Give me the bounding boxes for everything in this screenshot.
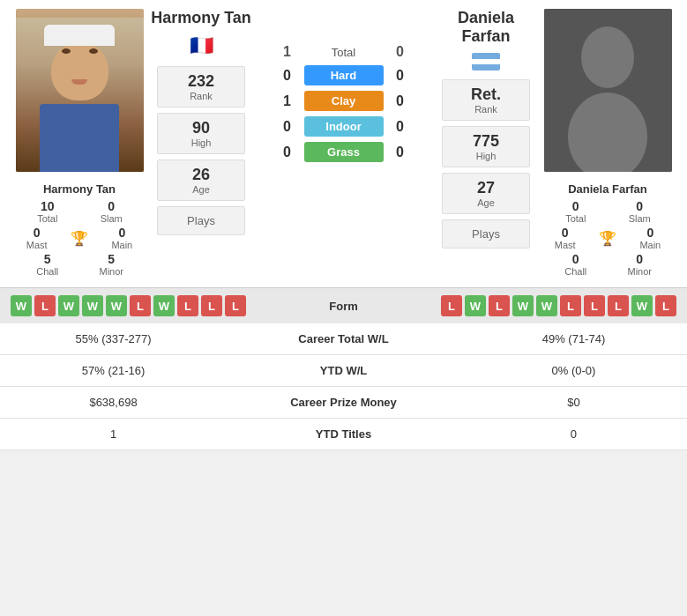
right-player-photo [544,9,672,172]
right-chall-minor-row: 0 Chall 0 Minor [544,252,672,277]
stats-row: 57% (21-16) YTD W/L 0% (0-0) [0,355,687,387]
stat-left-val: 55% (337-277) [0,323,227,355]
right-minor-stat: 0 Minor [608,252,672,277]
silhouette-svg [544,9,672,172]
right-mast-stat: 0 Mast [544,226,586,250]
grass-score-row: 0 Grass 0 [278,142,410,162]
right-total-stat: 0 Total [544,199,609,224]
left-player-name: Harmony Tan [16,182,144,196]
scores-block: 1 Total 0 0 Hard 0 1 Clay 0 0 Indoor 0 [252,9,435,278]
stat-right-val: 0% (0-0) [460,355,687,387]
stat-center-label: Career Total W/L [227,323,460,355]
indoor-score-row: 0 Indoor 0 [278,116,410,137]
stat-left-val: $638,698 [0,387,227,419]
form-badge-right: W [465,295,486,316]
right-rank-box: Ret. Rank [442,79,530,121]
right-high-box: 775 High [442,126,530,167]
top-section: Harmony Tan 10 Total 0 Slam 0 Mast [0,0,687,287]
svg-point-1 [581,26,634,88]
form-badge-right: L [608,295,629,316]
right-name-header: Daniela Farfan [433,9,539,46]
right-main-stat: 0 Main [629,226,671,250]
right-flag [472,53,500,71]
form-badge-left: L [225,295,246,316]
left-flag: 🇫🇷 [190,34,213,57]
form-badge-right: W [536,295,557,316]
stat-right-val: 0 [460,419,687,450]
left-total-stat: 10 Total [16,199,80,224]
right-plays-box: Plays [442,219,530,249]
clay-score-row: 1 Clay 0 [278,91,410,111]
right-total-slam-row: 0 Total 0 Slam [544,199,672,224]
stats-row: 55% (337-277) Career Total W/L 49% (71-7… [0,323,687,355]
right-player-col: Daniela Farfan 0 Total 0 Slam 0 Mast [537,9,678,278]
left-form-badges: WLWWWLWLLL [11,295,246,316]
form-badge-left: L [201,295,222,316]
form-badge-right: L [489,295,510,316]
right-player-name: Daniela Farfan [544,182,672,196]
right-form-badges: LWLWWLLLWL [441,295,676,316]
left-age-box: 26 Age [157,160,245,201]
main-container: Harmony Tan 10 Total 0 Slam 0 Mast [0,0,687,450]
form-section: WLWWWLWLLL Form LWLWWLLLWL [0,287,687,323]
stats-row: $638,698 Career Prize Money $0 [0,387,687,419]
right-mid-panel: Daniela Farfan Ret. Rank 775 High 27 Age [442,9,530,278]
stats-table: 55% (337-277) Career Total W/L 49% (71-7… [0,323,687,450]
form-label: Form [251,300,436,313]
left-player-stats: Harmony Tan 10 Total 0 Slam 0 Mast [16,177,144,278]
stat-right-val: $0 [460,387,687,419]
stat-left-val: 57% (21-16) [0,355,227,387]
form-badge-left: L [130,295,151,316]
left-main-stat: 0 Main [101,226,143,250]
form-badge-right: W [631,295,653,316]
left-rank-box: 232 Rank [157,66,245,108]
right-age-box: 27 Age [442,173,530,214]
stat-center-label: YTD W/L [227,355,460,387]
stat-left-val: 1 [0,419,227,450]
total-score-row: 1 Total 0 [278,44,410,60]
left-total-slam-row: 10 Total 0 Slam [16,199,144,224]
form-badge-left: L [177,295,198,316]
stat-right-val: 49% (71-74) [460,323,687,355]
left-high-box: 90 High [157,113,245,154]
form-badge-left: L [34,295,56,316]
left-chall-minor-row: 5 Chall 5 Minor [16,252,144,277]
right-chall-stat: 0 Chall [544,252,609,277]
form-badge-left: W [106,295,127,316]
right-player-stats: Daniela Farfan 0 Total 0 Slam 0 Mast [544,177,672,278]
form-badge-right: L [584,295,605,316]
left-player-col: Harmony Tan 10 Total 0 Slam 0 Mast [9,9,150,278]
left-trophy-icon: 🏆 [58,230,101,247]
form-badge-right: L [560,295,581,316]
left-slam-stat: 0 Slam [79,199,144,224]
stats-row: 1 YTD Titles 0 [0,419,687,450]
form-badge-left: W [58,295,79,316]
left-name-header: Harmony Tan [148,9,254,27]
form-badge-left: W [82,295,103,316]
form-badge-right: W [512,295,534,316]
hard-score-row: 0 Hard 0 [278,65,410,85]
stat-center-label: Career Prize Money [227,387,460,419]
right-slam-stat: 0 Slam [608,199,672,224]
left-chall-stat: 5 Chall [16,252,80,277]
form-badge-right: L [441,295,462,316]
left-player-photo [16,9,144,172]
form-badge-left: W [153,295,175,316]
left-minor-stat: 5 Minor [79,252,144,277]
right-trophy-icon: 🏆 [586,230,629,247]
left-mid-panel: Harmony Tan 🇫🇷 232 Rank 90 High 26 Age P… [157,9,245,278]
form-badge-right: L [655,295,676,316]
form-badge-left: W [11,295,32,316]
right-mast-main-row: 0 Mast 🏆 0 Main [544,226,672,250]
left-mast-main-row: 0 Mast 🏆 0 Main [16,226,144,250]
left-plays-box: Plays [157,206,245,235]
stat-center-label: YTD Titles [227,419,460,450]
left-mast-stat: 0 Mast [16,226,58,250]
